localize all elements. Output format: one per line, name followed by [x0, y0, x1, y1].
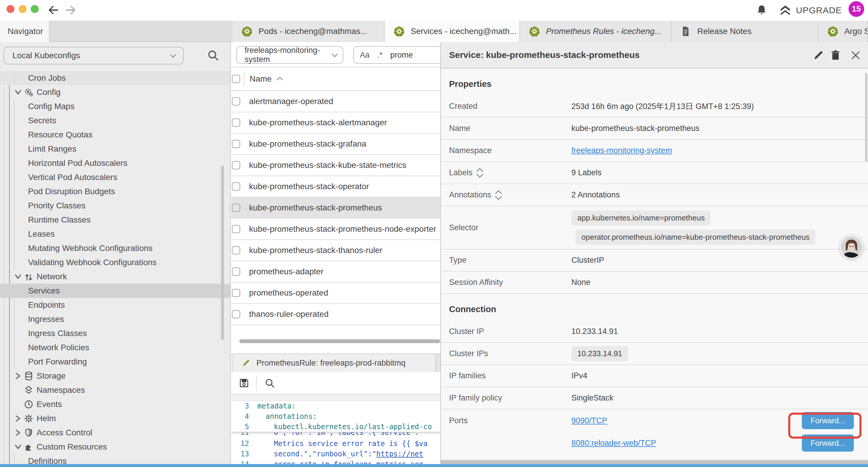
- row-checkbox[interactable]: [232, 204, 240, 212]
- table-row[interactable]: kube-prometheus-stack-thanos-ruler: [231, 240, 440, 261]
- search-icon[interactable]: [207, 49, 219, 61]
- sidebar-item-helm[interactable]: Helm: [0, 411, 231, 426]
- table-row[interactable]: kube-prometheus-stack-alertmanager: [231, 112, 440, 134]
- notifications-bell-icon[interactable]: [756, 4, 768, 17]
- table-row[interactable]: alertmanager-operated: [231, 91, 440, 112]
- match-case-icon[interactable]: Aa: [360, 51, 370, 60]
- port-link[interactable]: 9090/TCP: [571, 416, 608, 425]
- sidebar-item-ingress-classes[interactable]: Ingress Classes: [0, 326, 231, 341]
- port-link[interactable]: 8080:reloader-web/TCP: [571, 439, 656, 448]
- sidebar-item-horizontal-pod-autoscalers[interactable]: Horizontal Pod Autoscalers: [0, 156, 231, 170]
- table-row[interactable]: kube-prometheus-stack-prometheus: [231, 198, 440, 219]
- editor-link[interactable]: https://net: [376, 450, 423, 458]
- namespace-link[interactable]: freeleaps-monitoring-system: [571, 146, 672, 155]
- regex-icon[interactable]: .*: [377, 51, 382, 60]
- chevron-right-icon[interactable]: [13, 428, 23, 438]
- row-checkbox[interactable]: [232, 119, 240, 127]
- sidebar-item-network[interactable]: Network: [0, 269, 231, 284]
- name-column-header[interactable]: Name: [250, 74, 272, 84]
- table-row[interactable]: kube-prometheus-stack-operator: [231, 176, 440, 198]
- tab-release-notes[interactable]: Release Notes: [671, 21, 818, 42]
- tab-pods-icecheng-mathmas[interactable]: Pods - icecheng@mathmas...: [232, 21, 385, 42]
- chevron-down-icon[interactable]: [13, 272, 23, 282]
- close-icon[interactable]: [850, 49, 862, 61]
- editor-tab-prometheusrule[interactable]: PrometheusRule: freeleaps-prod-rabbitmq: [234, 354, 435, 372]
- editor-search-icon[interactable]: [265, 378, 275, 388]
- expand-toggle-icon[interactable]: [477, 169, 482, 177]
- sidebar-item-priority-classes[interactable]: Priority Classes: [0, 199, 231, 213]
- row-checkbox[interactable]: [232, 267, 240, 276]
- sidebar-item-resource-quotas[interactable]: Resource Quotas: [0, 128, 231, 142]
- sidebar-item-leases[interactable]: Leases: [0, 227, 231, 241]
- sidebar-scrollbar[interactable]: [221, 166, 224, 340]
- sidebar-item-storage[interactable]: Storage: [0, 369, 231, 383]
- service-name: kube-prometheus-stack-kube-state-metrics: [249, 160, 406, 170]
- table-row[interactable]: kube-prometheus-stack-prometheus-node-ex…: [231, 219, 440, 240]
- table-horizontal-scrollbar[interactable]: [239, 339, 440, 343]
- sidebar-item-limit-ranges[interactable]: Limit Ranges: [0, 142, 231, 156]
- detail-label: Namespace: [441, 146, 571, 155]
- yaml-editor[interactable]: 3metadata:4annotations:5kubectl.kubernet…: [231, 394, 440, 465]
- sidebar-item-config[interactable]: Config: [0, 85, 231, 99]
- table-search-input[interactable]: Aa .* prome: [353, 46, 440, 64]
- window-zoom-button[interactable]: [31, 5, 39, 13]
- sidebar-item-network-policies[interactable]: Network Policies: [0, 341, 231, 355]
- save-icon[interactable]: [239, 377, 250, 389]
- row-checkbox[interactable]: [232, 97, 240, 106]
- row-checkbox[interactable]: [232, 140, 240, 148]
- namespace-selector[interactable]: freeleaps-monitoring-system: [236, 46, 343, 64]
- table-row[interactable]: prometheus-adapter: [231, 261, 440, 283]
- sidebar-item-access-control[interactable]: Access Control: [0, 426, 231, 440]
- table-row[interactable]: kube-prometheus-stack-kube-state-metrics: [231, 155, 440, 176]
- row-checkbox[interactable]: [232, 161, 240, 169]
- row-checkbox[interactable]: [232, 225, 240, 233]
- avatar[interactable]: [840, 235, 863, 259]
- tab-argo-se[interactable]: Argo Se: [818, 21, 868, 42]
- table-row[interactable]: kube-prometheus-stack-grafana: [231, 134, 440, 155]
- sidebar-item-cron-jobs[interactable]: Cron Jobs: [0, 71, 231, 85]
- sidebar-item-vertical-pod-autoscalers[interactable]: Vertical Pod Autoscalers: [0, 170, 231, 184]
- tab-services-icecheng-math[interactable]: Services - icecheng@math...×: [385, 21, 520, 42]
- sidebar-item-secrets[interactable]: Secrets: [0, 114, 231, 128]
- chevron-right-icon[interactable]: [13, 413, 23, 424]
- expand-toggle-icon[interactable]: [496, 191, 501, 199]
- sidebar-item-services[interactable]: Services: [0, 284, 231, 298]
- back-arrow-icon[interactable]: [47, 4, 60, 16]
- editor-tab-partial[interactable]: [437, 354, 440, 372]
- navigator-tab[interactable]: Navigator: [0, 21, 50, 42]
- window-minimize-button[interactable]: [19, 5, 27, 13]
- sidebar-item-validating-webhook-configurations[interactable]: Validating Webhook Configurations: [0, 255, 231, 269]
- edit-pencil-icon[interactable]: [812, 49, 824, 61]
- row-checkbox[interactable]: [232, 310, 240, 318]
- drawer-scrollbar[interactable]: [865, 73, 867, 162]
- sidebar-item-events[interactable]: Events: [0, 397, 231, 411]
- select-all-checkbox[interactable]: [232, 75, 240, 83]
- sidebar-item-custom-resources[interactable]: Custom Resources: [0, 440, 231, 454]
- sidebar-item-mutating-webhook-configurations[interactable]: Mutating Webhook Configurations: [0, 241, 231, 255]
- sort-ascending-icon[interactable]: [276, 75, 284, 83]
- sidebar-item-port-forwarding[interactable]: Port Forwarding: [0, 355, 231, 369]
- tab-prometheus-rules-icecheng[interactable]: Prometheus Rules - icecheng...: [520, 21, 671, 42]
- window-close-button[interactable]: [6, 5, 14, 13]
- upgrade-chevrons-icon[interactable]: [779, 4, 792, 17]
- sidebar-item-namespaces[interactable]: Namespaces: [0, 383, 231, 397]
- sidebar-item-config-maps[interactable]: Config Maps: [0, 99, 231, 114]
- upgrade-label[interactable]: UPGRADE: [796, 5, 842, 16]
- sidebar-item-runtime-classes[interactable]: Runtime Classes: [0, 213, 231, 227]
- table-row[interactable]: prometheus-operated: [231, 283, 440, 304]
- sidebar-item-pod-disruption-budgets[interactable]: Pod Disruption Budgets: [0, 184, 231, 199]
- row-checkbox[interactable]: [232, 182, 240, 191]
- sidebar-item-ingresses[interactable]: Ingresses: [0, 312, 231, 326]
- sidebar-item-definitions[interactable]: Definitions: [0, 454, 231, 465]
- table-row[interactable]: thanos-ruler-operated: [231, 304, 440, 325]
- delete-trash-icon[interactable]: [830, 49, 841, 61]
- chevron-down-icon[interactable]: [13, 442, 23, 452]
- chevron-down-icon[interactable]: [13, 87, 23, 97]
- sidebar-item-endpoints[interactable]: Endpoints: [0, 298, 231, 312]
- notification-count-badge[interactable]: 15: [848, 1, 864, 17]
- row-checkbox[interactable]: [232, 246, 240, 255]
- forward-arrow-icon[interactable]: [64, 4, 77, 16]
- chevron-right-icon[interactable]: [13, 371, 23, 381]
- row-checkbox[interactable]: [232, 289, 240, 297]
- kubeconfig-selector[interactable]: Local Kubeconfigs: [4, 47, 184, 64]
